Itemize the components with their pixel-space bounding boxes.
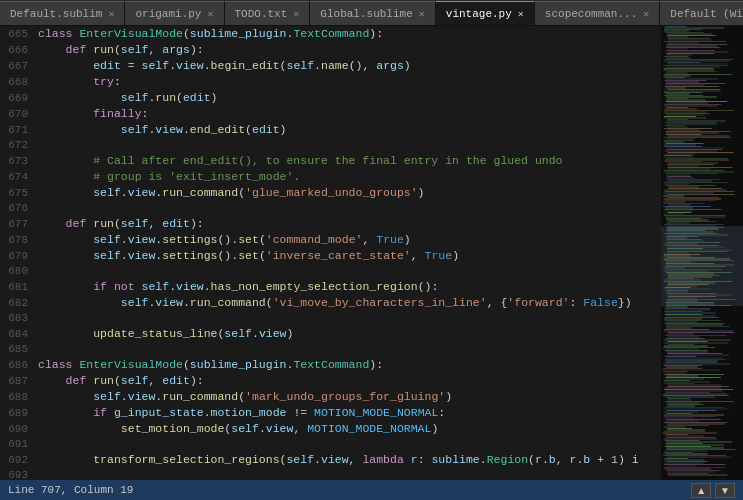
tab-global[interactable]: Global.sublime ✕ — [310, 1, 435, 25]
table-row: 686 class EnterVisualMode(sublime_plugin… — [0, 357, 661, 373]
minimap[interactable] — [661, 26, 743, 480]
table-row: 693 — [0, 468, 661, 480]
table-row: 690 set_motion_mode(self.view, MOTION_MO… — [0, 421, 661, 437]
tab-label: Default.sublim — [10, 8, 102, 20]
code-panel[interactable]: 665 class EnterVisualMode(sublime_plugin… — [0, 26, 661, 480]
status-right: ▲ ▼ — [691, 483, 735, 498]
table-row: 691 — [0, 437, 661, 452]
table-row: 667 edit = self.view.begin_edit(self.nam… — [0, 58, 661, 74]
close-icon[interactable]: ✕ — [643, 8, 649, 20]
tab-label: scopecomman... — [545, 8, 637, 20]
status-left: Line 707, Column 19 — [8, 484, 133, 496]
table-row: 681 if not self.view.has_non_empty_selec… — [0, 279, 661, 295]
close-icon[interactable]: ✕ — [518, 8, 524, 20]
editor-area: 665 class EnterVisualMode(sublime_plugin… — [0, 26, 743, 480]
status-bar: Line 707, Column 19 ▲ ▼ — [0, 480, 743, 500]
table-row: 688 self.view.run_command('mark_undo_gro… — [0, 389, 661, 405]
tab-default-sublime[interactable]: Default.sublim ✕ — [0, 1, 125, 25]
table-row: 668 try: — [0, 74, 661, 90]
table-row: 687 def run(self, edit): — [0, 373, 661, 389]
table-row: 689 if g_input_state.motion_mode != MOTI… — [0, 405, 661, 421]
table-row: 670 finally: — [0, 106, 661, 122]
table-row: 692 transform_selection_regions(self.vie… — [0, 452, 661, 468]
tab-label: Default (Wind... — [670, 8, 743, 20]
table-row: 665 class EnterVisualMode(sublime_plugin… — [0, 26, 661, 42]
table-row: 673 # Call after end_edit(), to ensure t… — [0, 153, 661, 169]
table-row: 683 — [0, 311, 661, 326]
table-row: 671 self.view.end_edit(edit) — [0, 122, 661, 138]
close-icon[interactable]: ✕ — [419, 8, 425, 20]
table-row: 666 def run(self, args): — [0, 42, 661, 58]
tab-bar: Default.sublim ✕ origami.py ✕ TODO.txt ✕… — [0, 0, 743, 26]
tab-default-wind[interactable]: Default (Wind... ✕ — [660, 1, 743, 25]
code-lines: 665 class EnterVisualMode(sublime_plugin… — [0, 26, 661, 480]
tab-origami[interactable]: origami.py ✕ — [125, 1, 224, 25]
table-row: 669 self.run(edit) — [0, 90, 661, 106]
table-row: 676 — [0, 201, 661, 216]
table-row: 685 — [0, 342, 661, 357]
table-row: 684 update_status_line(self.view) — [0, 326, 661, 342]
tab-label: origami.py — [135, 8, 201, 20]
table-row: 679 self.view.settings().set('inverse_ca… — [0, 248, 661, 264]
table-row: 674 # group is 'exit_insert_mode'. — [0, 169, 661, 185]
line-col-indicator: Line 707, Column 19 — [8, 484, 133, 496]
scroll-down-button[interactable]: ▼ — [715, 483, 735, 498]
tab-vintage[interactable]: vintage.py ✕ — [436, 1, 535, 25]
tab-scope[interactable]: scopecomman... ✕ — [535, 1, 660, 25]
close-icon[interactable]: ✕ — [207, 8, 213, 20]
table-row: 678 self.view.settings().set('command_mo… — [0, 232, 661, 248]
table-row: 672 — [0, 138, 661, 153]
scroll-up-button[interactable]: ▲ — [691, 483, 711, 498]
tab-label: TODO.txt — [235, 8, 288, 20]
table-row: 677 def run(self, edit): — [0, 216, 661, 232]
table-row: 682 self.view.run_command('vi_move_by_ch… — [0, 295, 661, 311]
tab-label: vintage.py — [446, 8, 512, 20]
tab-label: Global.sublime — [320, 8, 412, 20]
table-row: 680 — [0, 264, 661, 279]
table-row: 675 self.view.run_command('glue_marked_u… — [0, 185, 661, 201]
tab-todo[interactable]: TODO.txt ✕ — [225, 1, 311, 25]
close-icon[interactable]: ✕ — [293, 8, 299, 20]
close-icon[interactable]: ✕ — [108, 8, 114, 20]
